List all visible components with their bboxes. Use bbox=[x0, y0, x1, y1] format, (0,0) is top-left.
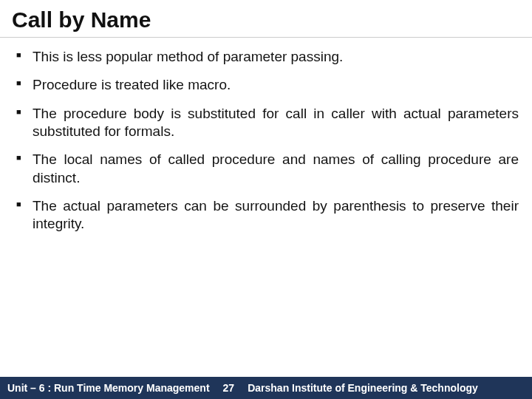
list-item: Procedure is treated like macro. bbox=[13, 76, 519, 104]
list-item: The procedure body is substituted for ca… bbox=[13, 105, 519, 151]
footer-unit: Unit – 6 : Run Time Memory Management bbox=[7, 382, 210, 394]
slide: Call by Name This is less popular method… bbox=[0, 0, 532, 399]
list-item: This is less popular method of parameter… bbox=[13, 48, 519, 76]
footer-page-number: 27 bbox=[223, 382, 235, 394]
bullet-list: This is less popular method of parameter… bbox=[13, 48, 519, 244]
list-item: The local names of called procedure and … bbox=[13, 151, 519, 197]
title-area: Call by Name bbox=[0, 0, 532, 38]
footer-bar: Unit – 6 : Run Time Memory Management 27… bbox=[0, 377, 532, 399]
slide-title: Call by Name bbox=[12, 7, 520, 33]
footer-institute: Darshan Institute of Engineering & Techn… bbox=[248, 382, 478, 394]
list-item: The actual parameters can be surrounded … bbox=[13, 197, 519, 244]
content-area: This is less popular method of parameter… bbox=[0, 38, 532, 244]
